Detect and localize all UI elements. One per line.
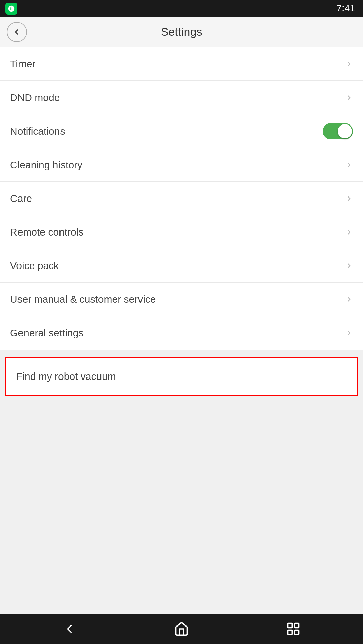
chevron-right-icon (345, 94, 353, 102)
settings-item-timer-label: Timer (10, 58, 36, 70)
settings-item-cleaning-history[interactable]: Cleaning history (0, 148, 363, 182)
settings-item-dnd-mode-label: DND mode (10, 92, 60, 103)
settings-item-user-manual[interactable]: User manual & customer service (0, 283, 363, 316)
settings-item-remote-controls-label: Remote controls (10, 226, 83, 238)
notifications-toggle[interactable] (323, 123, 353, 139)
settings-item-cleaning-history-label: Cleaning history (10, 159, 82, 171)
nav-back-button[interactable] (62, 621, 77, 636)
settings-item-notifications[interactable]: Notifications (0, 114, 363, 148)
settings-item-dnd-right (345, 94, 353, 102)
settings-list: Timer DND mode Notifications Cleaning hi… (0, 47, 363, 350)
settings-item-care-right (345, 194, 353, 203)
chevron-right-icon (345, 228, 353, 236)
svg-rect-0 (288, 623, 292, 628)
chevron-right-icon (345, 329, 353, 337)
nav-recents-button[interactable] (286, 621, 301, 636)
settings-item-cleaning-history-right (345, 161, 353, 169)
nav-bar (0, 614, 363, 644)
settings-item-general-settings-label: General settings (10, 327, 83, 339)
settings-item-dnd-mode[interactable]: DND mode (0, 81, 363, 114)
header-bar: Settings (0, 17, 363, 47)
app-icon (5, 3, 17, 15)
settings-item-remote-controls-right (345, 228, 353, 236)
chevron-right-icon (345, 262, 353, 270)
settings-item-user-manual-label: User manual & customer service (10, 294, 156, 305)
settings-item-voice-pack-right (345, 262, 353, 270)
svg-rect-2 (288, 630, 292, 635)
settings-item-remote-controls[interactable]: Remote controls (0, 215, 363, 249)
settings-item-voice-pack-label: Voice pack (10, 260, 59, 272)
status-bar: 7:41 (0, 0, 363, 17)
chevron-right-icon (345, 161, 353, 169)
settings-item-timer[interactable]: Timer (0, 47, 363, 81)
svg-rect-3 (295, 630, 299, 635)
settings-item-user-manual-right (345, 295, 353, 303)
settings-item-general-settings-right (345, 329, 353, 337)
settings-item-general-settings[interactable]: General settings (0, 316, 363, 350)
settings-item-voice-pack[interactable]: Voice pack (0, 249, 363, 283)
find-robot-vacuum-item[interactable]: Find my robot vacuum (6, 358, 357, 395)
chevron-right-icon (345, 194, 353, 203)
toggle-knob (338, 124, 352, 138)
nav-home-button[interactable] (174, 621, 189, 636)
svg-rect-1 (295, 623, 299, 628)
highlighted-section: Find my robot vacuum (5, 357, 358, 396)
settings-item-care-label: Care (10, 193, 32, 204)
status-time: 7:41 (337, 3, 355, 14)
chevron-right-icon (345, 60, 353, 68)
settings-item-care[interactable]: Care (0, 182, 363, 215)
back-button[interactable] (7, 22, 27, 42)
chevron-right-icon (345, 295, 353, 303)
find-robot-vacuum-label: Find my robot vacuum (16, 371, 116, 382)
page-title: Settings (161, 25, 202, 38)
settings-item-timer-right (345, 60, 353, 68)
settings-item-notifications-label: Notifications (10, 126, 65, 137)
settings-item-notifications-right[interactable] (323, 123, 353, 139)
